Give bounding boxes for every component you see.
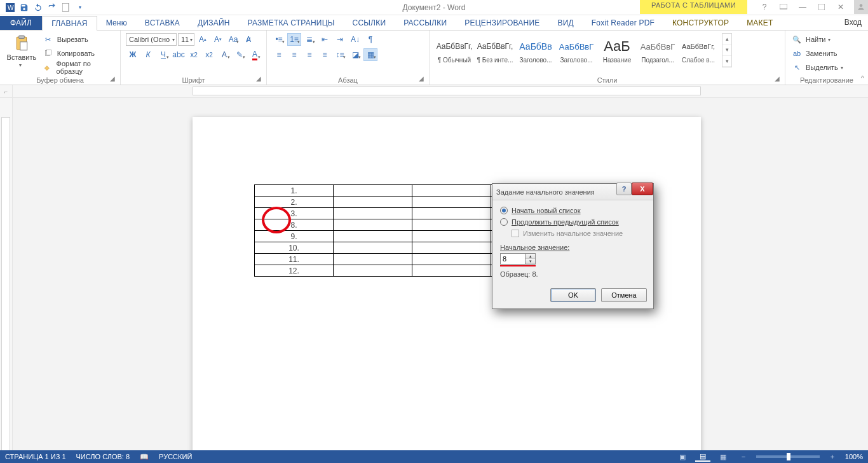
align-left-button[interactable]: ≡ <box>272 48 286 61</box>
status-page[interactable]: СТРАНИЦА 1 ИЗ 1 <box>5 453 66 460</box>
borders-button[interactable]: ▦▾ <box>363 48 377 61</box>
start-value-spinner[interactable]: ▴▾ <box>500 253 536 265</box>
dialog-close-button[interactable]: X <box>632 183 653 195</box>
close-icon[interactable]: ✕ <box>831 0 850 14</box>
minimize-icon[interactable]: — <box>793 0 812 14</box>
tab-file[interactable]: ФАЙЛ <box>0 16 42 30</box>
number-cell[interactable]: 1. <box>255 185 334 197</box>
status-word-count[interactable]: ЧИСЛО СЛОВ: 8 <box>76 453 130 460</box>
print-layout-icon[interactable]: ▤ <box>695 452 710 462</box>
cancel-button[interactable]: Отмена <box>601 288 647 302</box>
shading-button[interactable]: ◪▾ <box>348 48 362 61</box>
horizontal-ruler[interactable]: ⌐ <box>0 85 868 98</box>
tab-menu[interactable]: Меню <box>97 16 136 30</box>
align-center-button[interactable]: ≡ <box>287 48 301 61</box>
empty-cell[interactable] <box>412 231 491 242</box>
empty-cell[interactable] <box>334 242 412 254</box>
collapse-ribbon-icon[interactable]: ^ <box>861 74 864 82</box>
zoom-out-icon[interactable]: − <box>736 452 751 462</box>
maximize-icon[interactable] <box>812 0 831 14</box>
empty-cell[interactable] <box>412 265 491 277</box>
status-language[interactable]: РУССКИЙ <box>159 453 192 460</box>
empty-cell[interactable] <box>412 208 491 219</box>
style-item[interactable]: АаБбВвГг,¶ Без инте... <box>475 33 515 67</box>
empty-cell[interactable] <box>412 254 491 265</box>
find-button[interactable]: 🔍Найти▾ <box>790 33 846 46</box>
copy-button[interactable]: Копировать <box>42 47 115 60</box>
empty-cell[interactable] <box>334 197 412 208</box>
number-cell[interactable]: 11. <box>255 254 334 265</box>
radio-continue-list[interactable]: Продолжить предыдущий список <box>500 218 646 226</box>
ok-button[interactable]: OK <box>550 288 596 302</box>
zoom-in-icon[interactable]: + <box>825 452 840 462</box>
cut-button[interactable]: ✂Вырезать <box>42 33 115 46</box>
font-name-combo[interactable]: Calibri (Осно▾ <box>126 33 177 46</box>
justify-button[interactable]: ≡ <box>318 48 332 61</box>
empty-cell[interactable] <box>334 219 412 231</box>
zoom-percent[interactable]: 100% <box>845 453 863 460</box>
user-avatar-icon[interactable] <box>854 0 868 14</box>
empty-cell[interactable] <box>334 265 412 277</box>
style-item[interactable]: АаБбВвГЗаголово... <box>557 33 596 67</box>
tab-table-design[interactable]: КОНСТРУКТОР <box>663 16 738 30</box>
empty-cell[interactable] <box>412 219 491 231</box>
line-spacing-button[interactable]: ↕≡▾ <box>333 48 347 61</box>
styles-gallery-more[interactable]: ▴▾▾ <box>722 33 732 67</box>
tab-foxit[interactable]: Foxit Reader PDF <box>583 16 663 30</box>
tab-design[interactable]: ДИЗАЙН <box>189 16 239 30</box>
paste-button[interactable]: Вставить ▾ <box>5 33 38 69</box>
tab-review[interactable]: РЕЦЕНЗИРОВАНИЕ <box>456 16 548 30</box>
empty-cell[interactable] <box>334 185 412 197</box>
sort-button[interactable]: A↓ <box>348 33 362 46</box>
empty-cell[interactable] <box>412 185 491 197</box>
tab-insert[interactable]: ВСТАВКА <box>136 16 189 30</box>
number-cell[interactable]: 2. <box>255 197 334 208</box>
highlight-button[interactable]: ✎▾ <box>233 48 247 61</box>
dialog-launcher-font[interactable]: ◢ <box>256 75 264 83</box>
ribbon-options-icon[interactable] <box>774 0 793 14</box>
help-icon[interactable]: ? <box>755 0 774 14</box>
underline-button[interactable]: Ч▾ <box>156 48 170 61</box>
format-painter-button[interactable]: Формат по образцу <box>42 61 115 74</box>
dialog-launcher-clipboard[interactable]: ◢ <box>110 75 118 83</box>
empty-cell[interactable] <box>412 197 491 208</box>
change-case-button[interactable]: Aa▾ <box>226 33 240 46</box>
tab-table-layout[interactable]: МАКЕТ <box>738 16 782 30</box>
italic-button[interactable]: К <box>141 48 155 61</box>
superscript-button[interactable]: x2 <box>202 48 216 61</box>
tab-page-layout[interactable]: РАЗМЕТКА СТРАНИЦЫ <box>239 16 344 30</box>
document-area[interactable]: 1.2.3.8.9.10.11.12. <box>13 98 868 450</box>
dialog-help-button[interactable]: ? <box>616 183 632 195</box>
style-item[interactable]: АаБНазвание <box>597 33 637 67</box>
number-cell[interactable]: 8. <box>255 219 334 231</box>
number-cell[interactable]: 12. <box>255 265 334 277</box>
tab-home[interactable]: ГЛАВНАЯ <box>42 16 97 31</box>
zoom-thumb[interactable] <box>787 453 790 460</box>
radio-start-new-list[interactable]: Начать новый список <box>500 207 646 214</box>
multilevel-button[interactable]: ≣▾ <box>302 33 316 46</box>
tab-references[interactable]: ССЫЛКИ <box>344 16 395 30</box>
bullets-button[interactable]: •≡▾ <box>272 33 286 46</box>
strikethrough-button[interactable]: abc <box>172 48 186 61</box>
shrink-font-button[interactable]: A▾ <box>211 33 225 46</box>
spinner-down-icon[interactable]: ▾ <box>526 259 535 264</box>
empty-cell[interactable] <box>334 231 412 242</box>
text-effects-button[interactable]: A▾ <box>217 48 231 61</box>
empty-cell[interactable] <box>334 254 412 265</box>
empty-cell[interactable] <box>334 208 412 219</box>
start-value-input[interactable] <box>501 254 525 264</box>
dialog-launcher-styles[interactable]: ◢ <box>775 75 782 83</box>
align-right-button[interactable]: ≡ <box>302 48 316 61</box>
show-marks-button[interactable]: ¶ <box>363 33 377 46</box>
increase-indent-button[interactable]: ⇥ <box>333 33 347 46</box>
subscript-button[interactable]: x2 <box>187 48 201 61</box>
font-color-button[interactable]: A▾ <box>248 48 262 61</box>
numbering-button[interactable]: 1≡▾ <box>287 33 301 46</box>
sign-in-link[interactable]: Вход <box>844 18 862 27</box>
tab-mailings[interactable]: РАССЫЛКИ <box>395 16 456 30</box>
style-item[interactable]: АаБбВвЗаголово... <box>516 33 555 67</box>
number-cell[interactable]: 3. <box>255 208 334 219</box>
clear-formatting-button[interactable]: A̷ <box>241 33 255 46</box>
tab-view[interactable]: ВИД <box>548 16 582 30</box>
decrease-indent-button[interactable]: ⇤ <box>318 33 332 46</box>
